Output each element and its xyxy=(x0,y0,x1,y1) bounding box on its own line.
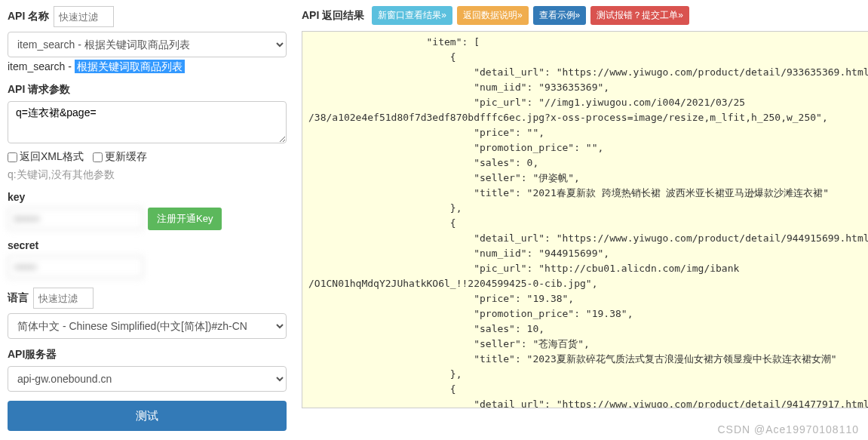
result-header: API 返回结果 新窗口查看结果» 返回数据说明» 查看示例» 测试报错？提交工… xyxy=(302,6,868,25)
cache-checkbox[interactable] xyxy=(93,152,103,162)
api-name-select[interactable]: item_search - 根据关键词取商品列表 xyxy=(8,32,287,57)
test-button[interactable]: 测试 xyxy=(8,401,287,431)
left-panel: API 名称 item_search - 根据关键词取商品列表 item_sea… xyxy=(8,6,287,431)
api-name-filter-input[interactable] xyxy=(54,6,114,27)
result-title: API 返回结果 xyxy=(302,9,364,23)
lang-label: 语言 xyxy=(8,291,29,305)
new-window-button[interactable]: 新窗口查看结果» xyxy=(372,6,452,25)
report-button[interactable]: 测试报错？提交工单» xyxy=(590,6,689,25)
server-label: API服务器 xyxy=(8,348,287,362)
lang-filter-input[interactable] xyxy=(33,288,94,309)
params-hint: q:关键词,没有其他参数 xyxy=(8,168,287,182)
example-button[interactable]: 查看示例» xyxy=(533,6,587,25)
secret-input[interactable] xyxy=(8,256,143,278)
key-label: key xyxy=(8,191,287,203)
secret-label: secret xyxy=(8,239,287,251)
result-json-box[interactable]: "item": [ { "detail_url": "https://www.y… xyxy=(302,31,868,408)
server-select[interactable]: api-gw.onebound.cn xyxy=(8,366,287,392)
key-input[interactable] xyxy=(8,208,143,230)
xml-checkbox-label[interactable]: 返回XML格式 xyxy=(8,150,84,164)
data-desc-button[interactable]: 返回数据说明» xyxy=(457,6,529,25)
lang-select[interactable]: 简体中文 - Chinese Simplified(中文[简体])#zh-CN xyxy=(8,313,287,339)
xml-checkbox[interactable] xyxy=(8,152,17,162)
register-key-button[interactable]: 注册开通Key xyxy=(148,208,222,230)
cache-checkbox-label[interactable]: 更新缓存 xyxy=(93,150,147,164)
api-name-label: API 名称 xyxy=(8,10,49,23)
api-desc: item_search - 根据关键词取商品列表 xyxy=(8,60,287,74)
req-params-textarea[interactable] xyxy=(8,101,287,143)
right-panel: API 返回结果 新窗口查看结果» 返回数据说明» 查看示例» 测试报错？提交工… xyxy=(302,6,868,431)
req-params-label: API 请求参数 xyxy=(8,83,287,97)
